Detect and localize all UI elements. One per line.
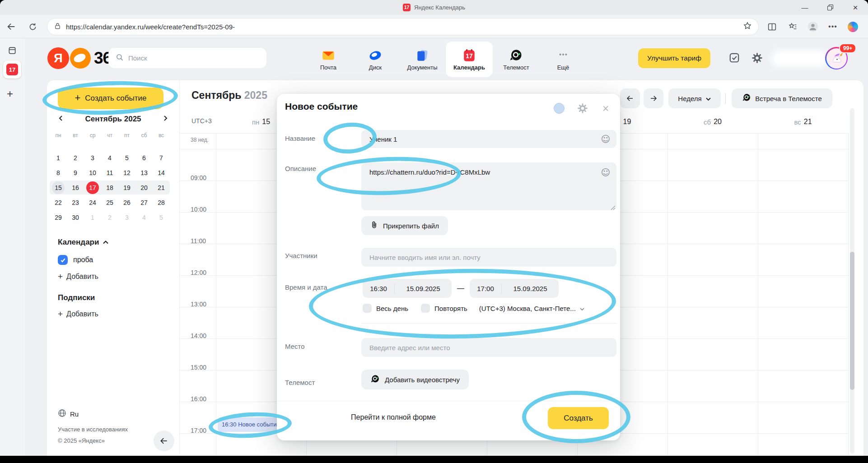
- minical-day-29[interactable]: 29: [50, 210, 67, 225]
- minical-day-21[interactable]: 21: [153, 180, 170, 195]
- minical-day-26[interactable]: 26: [118, 195, 135, 210]
- service-tab-Документы[interactable]: Документы: [399, 42, 446, 77]
- research-link[interactable]: Участие в исследованиях: [58, 426, 128, 433]
- copilot-icon[interactable]: [847, 21, 858, 32]
- minical-day-14[interactable]: 14: [153, 165, 170, 180]
- minical-day-4[interactable]: 4: [101, 150, 118, 165]
- start-date-input[interactable]: 15.09.2025: [395, 279, 452, 298]
- minical-day-18[interactable]: 18: [101, 180, 118, 195]
- minical-day-17[interactable]: 17: [84, 180, 101, 195]
- bookmark-star-icon[interactable]: [743, 21, 752, 32]
- start-time-input[interactable]: 16:30: [363, 279, 394, 298]
- maximize-icon[interactable]: [817, 0, 843, 15]
- url-bar[interactable]: https://calendar.yandex.ru/week/create?e…: [47, 18, 759, 35]
- calendar-item-proba[interactable]: проба: [58, 255, 93, 265]
- minical-day-12[interactable]: 12: [118, 165, 135, 180]
- event-name-input[interactable]: [361, 130, 616, 148]
- minical-day-25[interactable]: 25: [101, 195, 118, 210]
- minical-day-24[interactable]: 24: [84, 195, 101, 210]
- new-tab-icon[interactable]: +: [7, 88, 13, 100]
- settings-gear-icon[interactable]: [751, 52, 763, 66]
- subscriptions-section-header[interactable]: Подписки: [58, 293, 95, 302]
- minical-day-1[interactable]: 1: [84, 210, 101, 225]
- view-selector-dropdown[interactable]: Неделя: [668, 88, 721, 108]
- collapse-sidebar-button[interactable]: [154, 431, 174, 451]
- search-input[interactable]: Поиск: [108, 48, 266, 68]
- service-tab-Диск[interactable]: Диск: [352, 42, 399, 77]
- minical-day-22[interactable]: 22: [50, 195, 67, 210]
- add-calendar-button[interactable]: + Добавить: [58, 272, 98, 282]
- tab-tray-icon[interactable]: [8, 46, 17, 57]
- minical-day-3[interactable]: 3: [84, 150, 101, 165]
- calendar-checkbox-checked[interactable]: [58, 255, 68, 265]
- minical-day-6[interactable]: 6: [135, 150, 153, 165]
- minical-day-2[interactable]: 2: [101, 210, 118, 225]
- favorites-hub-icon[interactable]: [787, 21, 798, 32]
- minical-day-20[interactable]: 20: [135, 180, 153, 195]
- add-video-meeting-button[interactable]: Добавить видеовстречу: [361, 370, 469, 389]
- minical-day-28[interactable]: 28: [153, 195, 170, 210]
- create-button[interactable]: Создать: [548, 407, 609, 429]
- minical-day-4[interactable]: 4: [135, 210, 153, 225]
- all-day-checkbox[interactable]: [363, 304, 372, 313]
- participants-input[interactable]: [361, 248, 616, 267]
- repeat-checkbox[interactable]: [421, 304, 430, 313]
- location-input[interactable]: [361, 338, 616, 357]
- end-date-input[interactable]: 15.09.2025: [502, 279, 559, 298]
- service-tab-Телемост[interactable]: Телемост: [493, 42, 540, 77]
- modal-close-icon[interactable]: ×: [599, 102, 612, 115]
- day-header-вс-21[interactable]: вс21: [758, 115, 848, 129]
- add-subscription-button[interactable]: + Добавить: [58, 309, 98, 319]
- next-week-button[interactable]: [644, 88, 663, 108]
- emoji-smiley-icon[interactable]: ☺: [601, 167, 611, 177]
- minical-day-19[interactable]: 19: [118, 180, 135, 195]
- service-tab-Почта[interactable]: Почта: [305, 42, 352, 77]
- minical-day-5[interactable]: 5: [153, 210, 170, 225]
- minimize-icon[interactable]: —: [792, 0, 817, 15]
- emoji-smiley-icon[interactable]: ☺: [601, 134, 611, 144]
- telemost-meeting-button[interactable]: Встреча в Телемосте: [732, 88, 832, 108]
- minical-day-7[interactable]: 7: [153, 150, 170, 165]
- minical-day-5[interactable]: 5: [118, 150, 135, 165]
- end-time-input[interactable]: 17:00: [470, 279, 501, 298]
- timezone-dropdown[interactable]: (UTC+3) Москва, Санкт-Пете...: [479, 305, 585, 312]
- minical-day-3[interactable]: 3: [118, 210, 135, 225]
- minical-day-15[interactable]: 15: [50, 180, 67, 195]
- minical-day-1[interactable]: 1: [50, 150, 67, 165]
- minical-day-9[interactable]: 9: [67, 165, 84, 180]
- browser-tab[interactable]: 17 Яндекс Календарь: [403, 4, 465, 11]
- prev-week-button[interactable]: [620, 88, 640, 108]
- scrollbar-thumb[interactable]: [850, 252, 854, 390]
- minical-day-13[interactable]: 13: [135, 165, 153, 180]
- minical-day-11[interactable]: 11: [101, 165, 118, 180]
- refresh-icon[interactable]: [27, 21, 38, 32]
- minical-day-10[interactable]: 10: [84, 165, 101, 180]
- tasks-icon[interactable]: [728, 52, 740, 65]
- browser-profile-avatar[interactable]: [807, 21, 818, 32]
- minical-day-2[interactable]: 2: [67, 150, 84, 165]
- minical-prev-icon[interactable]: [58, 115, 64, 123]
- language-switch[interactable]: Ru: [58, 409, 79, 419]
- back-icon[interactable]: [6, 21, 17, 32]
- create-event-button[interactable]: + Создать событие: [58, 88, 163, 109]
- minical-day-23[interactable]: 23: [67, 195, 84, 210]
- vertical-tab-calendar[interactable]: 17: [3, 60, 21, 79]
- event-settings-gear-icon[interactable]: [576, 102, 589, 115]
- close-icon[interactable]: ×: [843, 0, 868, 15]
- minical-day-30[interactable]: 30: [67, 210, 84, 225]
- day-header-сб-20[interactable]: сб20: [667, 115, 758, 129]
- split-screen-icon[interactable]: [766, 21, 777, 32]
- full-form-link[interactable]: Перейти к полной форме: [326, 413, 461, 421]
- attach-file-button[interactable]: Прикрепить файл: [361, 216, 448, 235]
- minical-next-icon[interactable]: [162, 115, 168, 123]
- service-tab-Ещё[interactable]: Ещё: [540, 42, 587, 77]
- textarea-resize-handle[interactable]: [610, 204, 616, 209]
- event-color-picker[interactable]: [554, 103, 565, 114]
- minical-day-16[interactable]: 16: [67, 180, 84, 195]
- upgrade-plan-button[interactable]: Улучшить тариф: [638, 48, 710, 68]
- service-tab-Календарь[interactable]: 17Календарь: [446, 42, 493, 77]
- browser-menu-icon[interactable]: •••: [827, 21, 838, 32]
- minical-day-8[interactable]: 8: [50, 165, 67, 180]
- event-description-input[interactable]: https://chattern.ru/duo?rid=D-rC8MxLbw: [361, 162, 616, 210]
- calendars-section-header[interactable]: Календари: [58, 238, 109, 247]
